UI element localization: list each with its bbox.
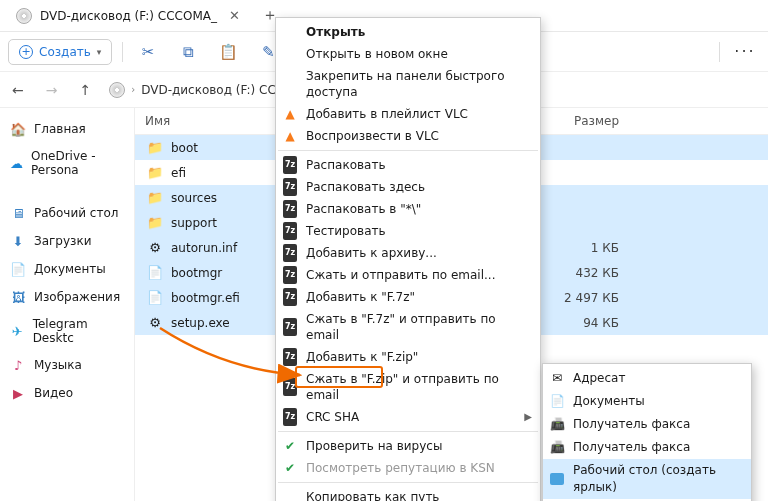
ctx-virus[interactable]: ✔Проверить на вирусы <box>276 435 540 457</box>
ctx-label: Копировать как путь <box>306 489 439 501</box>
7z-icon: 7z <box>282 223 298 239</box>
file-icon: 📄 <box>145 265 165 281</box>
sidebar-item-video[interactable]: ▶Видео <box>4 380 130 406</box>
sub-label: Адресат <box>573 370 625 387</box>
context-menu: Открыть Открыть в новом окне Закрепить н… <box>275 17 541 501</box>
ctx-vlc-playlist[interactable]: ▲Добавить в плейлист VLC <box>276 103 540 125</box>
ctx-label: Сжать в "F.zip" и отправить по email <box>306 371 530 403</box>
7z-icon: 7z <box>282 245 298 261</box>
documents-icon: 📄 <box>10 261 26 277</box>
ctx-add-zip[interactable]: 7zДобавить к "F.zip" <box>276 346 540 368</box>
vlc-icon: ▲ <box>282 128 298 144</box>
divider <box>719 42 720 62</box>
close-tab-icon[interactable]: ✕ <box>225 8 244 23</box>
ctx-label: Закрепить на панели быстрого доступа <box>306 68 530 100</box>
ctx-add-archive[interactable]: 7zДобавить к архиву... <box>276 242 540 264</box>
mail-icon: ✉ <box>549 371 565 387</box>
7z-icon: 7z <box>282 349 298 365</box>
sidebar-label: Рабочий стол <box>34 206 118 220</box>
sidebar-item-home[interactable]: 🏠Главная <box>4 116 130 142</box>
sub-label: Получатель факса <box>573 416 690 433</box>
sidebar-item-downloads[interactable]: ⬇Загрузки <box>4 228 130 254</box>
sidebar: 🏠Главная ☁OneDrive - Persona 🖥Рабочий ст… <box>0 108 135 501</box>
sidebar-label: Документы <box>34 262 106 276</box>
file-icon: 📁 <box>145 190 165 206</box>
7z-icon: 7z <box>282 319 298 335</box>
file-icon: 📁 <box>145 215 165 231</box>
ctx-label: Воспроизвести в VLC <box>306 128 439 144</box>
pictures-icon: 🖼 <box>10 289 26 305</box>
forward-button[interactable]: → <box>42 78 62 102</box>
7z-icon: 7z <box>282 267 298 283</box>
7z-icon: 7z <box>282 157 298 173</box>
ctx-unpack[interactable]: 7zРаспаковать <box>276 154 540 176</box>
sub-fax1[interactable]: 📠Получатель факса <box>543 413 751 436</box>
video-icon: ▶ <box>10 385 26 401</box>
ctx-copy-path[interactable]: Копировать как путь <box>276 486 540 501</box>
sidebar-item-music[interactable]: ♪Музыка <box>4 352 130 378</box>
sub-label: Получатель факса <box>573 439 690 456</box>
vlc-icon: ▲ <box>282 106 298 122</box>
plus-icon: + <box>19 45 33 59</box>
cloud-icon: ☁ <box>10 155 23 171</box>
sidebar-item-telegram[interactable]: ✈Telegram Desktc <box>4 312 130 350</box>
sidebar-label: Изображения <box>34 290 120 304</box>
ctx-label: Проверить на вирусы <box>306 438 442 454</box>
sidebar-label: Загрузки <box>34 234 92 248</box>
file-size: 432 КБ <box>545 266 635 280</box>
ctx-open-new[interactable]: Открыть в новом окне <box>276 43 540 65</box>
chevron-right-icon: › <box>131 84 135 95</box>
ctx-separator <box>278 431 538 432</box>
ctx-open[interactable]: Открыть <box>276 21 540 43</box>
sidebar-item-onedrive[interactable]: ☁OneDrive - Persona <box>4 144 130 182</box>
sidebar-item-documents[interactable]: 📄Документы <box>4 256 130 282</box>
ctx-vlc-play[interactable]: ▲Воспроизвести в VLC <box>276 125 540 147</box>
desktop-icon: 🖥 <box>10 205 26 221</box>
ctx-unpack-to[interactable]: 7zРаспаковать в "*\" <box>276 198 540 220</box>
ctx-separator <box>278 482 538 483</box>
share-icon[interactable] <box>679 37 709 67</box>
sidebar-item-desktop[interactable]: 🖥Рабочий стол <box>4 200 130 226</box>
7z-icon: 7z <box>282 179 298 195</box>
ctx-7z-email[interactable]: 7zСжать в "F.7z" и отправить по email <box>276 308 540 346</box>
cut-icon[interactable]: ✂ <box>133 37 163 67</box>
send-to-submenu: ✉Адресат 📄Документы 📠Получатель факса 📠П… <box>542 363 752 501</box>
sub-recipient[interactable]: ✉Адресат <box>543 367 751 390</box>
divider <box>122 42 123 62</box>
more-button[interactable]: ··· <box>730 37 760 67</box>
chevron-down-icon: ▾ <box>97 47 102 57</box>
ctx-test[interactable]: 7zТестировать <box>276 220 540 242</box>
desktop-icon <box>549 471 565 487</box>
7z-icon: 7z <box>282 201 298 217</box>
sidebar-label: OneDrive - Persona <box>31 149 124 177</box>
back-button[interactable]: ← <box>8 78 28 102</box>
sub-documents[interactable]: 📄Документы <box>543 390 751 413</box>
sidebar-item-pictures[interactable]: 🖼Изображения <box>4 284 130 310</box>
ctx-add-7z[interactable]: 7zДобавить к "F.7z" <box>276 286 540 308</box>
ctx-crc[interactable]: 7zCRC SHA▶ <box>276 406 540 428</box>
ctx-label: Открыть <box>306 24 365 40</box>
shield-icon: ✔ <box>282 438 298 454</box>
fax-icon: 📠 <box>549 417 565 433</box>
documents-icon: 📄 <box>549 394 565 410</box>
disc-icon <box>16 8 32 24</box>
tab-active[interactable]: DVD-дисковод (F:) CCCOMA_ ✕ <box>6 2 254 30</box>
ctx-pin[interactable]: Закрепить на панели быстрого доступа <box>276 65 540 103</box>
paste-icon[interactable]: 📋 <box>213 37 243 67</box>
copy-icon[interactable]: ⧉ <box>173 37 203 67</box>
up-button[interactable]: ↑ <box>75 78 95 102</box>
column-size[interactable]: Размер <box>545 114 635 128</box>
ctx-ksn: ✔Посмотреть репутацию в KSN <box>276 457 540 479</box>
file-size: 2 497 КБ <box>545 291 635 305</box>
ctx-label: Сжать и отправить по email... <box>306 267 495 283</box>
new-button[interactable]: + Создать ▾ <box>8 39 112 65</box>
sub-fax2[interactable]: 📠Получатель факса <box>543 436 751 459</box>
ctx-zip-email2[interactable]: 7zСжать в "F.zip" и отправить по email <box>276 368 540 406</box>
ctx-label: Распаковать <box>306 157 385 173</box>
ctx-unpack-here[interactable]: 7zРаспаковать здесь <box>276 176 540 198</box>
sub-desktop[interactable]: Рабочий стол (создать ярлык) <box>543 459 751 499</box>
ctx-label: CRC SHA <box>306 409 359 425</box>
7z-icon: 7z <box>282 289 298 305</box>
ctx-label: Тестировать <box>306 223 386 239</box>
ctx-zip-email[interactable]: 7zСжать и отправить по email... <box>276 264 540 286</box>
